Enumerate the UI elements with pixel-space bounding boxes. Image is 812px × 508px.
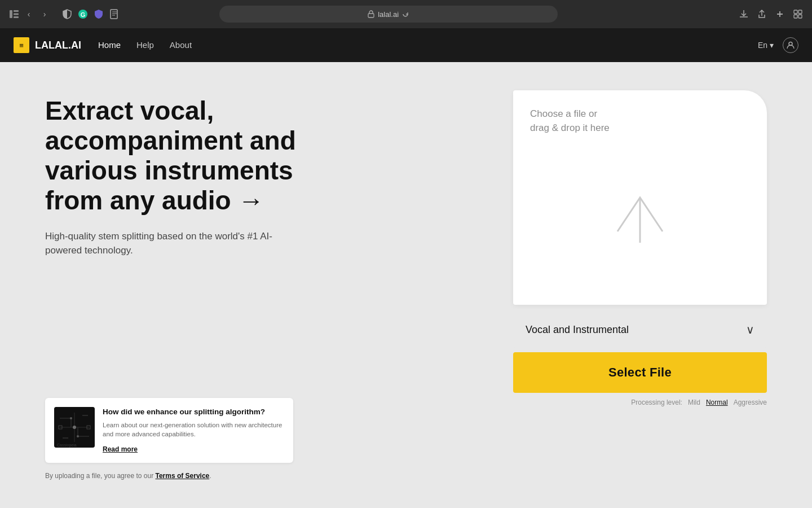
svg-rect-3 — [14, 16, 19, 18]
left-side: Extract vocal, accompaniment and various… — [45, 90, 479, 480]
news-title: How did we enhance our splitting algorit… — [103, 407, 284, 417]
nav-link-about[interactable]: About — [170, 40, 192, 50]
browser-back-button[interactable]: ‹ — [23, 8, 35, 20]
upload-icon-area — [530, 152, 750, 288]
share-button[interactable] — [757, 9, 767, 19]
lang-text: En — [758, 41, 767, 50]
grammarly-icon: G — [78, 9, 88, 19]
address-bar[interactable]: lalal.ai — [219, 6, 558, 23]
svg-point-24 — [77, 435, 79, 437]
processing-level-mild[interactable]: Mild — [688, 398, 700, 406]
upload-prompt-line2: drag & drop it here — [530, 122, 610, 133]
chevron-down-icon: ∨ — [746, 323, 754, 336]
lock-icon — [368, 10, 374, 18]
app-logo[interactable]: ≡ LALAL.AI — [14, 37, 81, 53]
logo-icon: ≡ — [14, 37, 29, 53]
svg-rect-0 — [10, 10, 12, 18]
stem-type-dropdown[interactable]: Vocal and Instrumental ∨ — [513, 312, 767, 348]
svg-rect-1 — [14, 10, 19, 12]
extension-icons: G — [62, 9, 120, 19]
download-button[interactable] — [739, 9, 749, 19]
terms-text: By uploading a file, you agree to our Te… — [45, 472, 479, 480]
news-card: Cassiopeia How did we enhance our splitt… — [45, 398, 293, 463]
user-icon[interactable] — [783, 37, 798, 53]
upload-widget: Choose a file or drag & drop it here Voc… — [513, 90, 767, 480]
news-text: How did we enhance our splitting algorit… — [103, 407, 284, 454]
address-bar-wrapper: lalal.ai — [219, 6, 558, 23]
upload-prompt: Choose a file or drag & drop it here — [530, 107, 610, 135]
svg-rect-11 — [798, 15, 802, 18]
upload-arrow-icon — [601, 178, 679, 257]
nav-item-about[interactable]: About — [170, 40, 192, 50]
hero-title: Extract vocal, accompaniment and various… — [45, 96, 338, 216]
circuit-pattern-image: Cassiopeia — [54, 407, 95, 448]
processing-level: Processing level: Mild Normal Aggressive — [513, 398, 767, 406]
nav-right: En ▾ — [758, 37, 798, 53]
language-selector[interactable]: En ▾ — [758, 41, 774, 50]
nav-item-help[interactable]: Help — [136, 40, 154, 50]
url-text: lalal.ai — [378, 10, 399, 19]
svg-point-23 — [73, 426, 76, 429]
svg-text:Cassiopeia: Cassiopeia — [57, 443, 77, 448]
app-nav: ≡ LALAL.AI Home Help About En ▾ — [0, 28, 812, 62]
shield-extension-icon — [94, 9, 104, 19]
svg-rect-10 — [794, 15, 797, 18]
news-thumbnail: Cassiopeia — [54, 407, 95, 448]
browser-controls: ‹ › — [9, 8, 51, 20]
nav-link-home[interactable]: Home — [98, 40, 121, 50]
upload-area-top: Choose a file or drag & drop it here — [530, 107, 750, 152]
new-tab-button[interactable] — [775, 9, 785, 19]
svg-rect-9 — [798, 10, 802, 14]
stem-dropdown-label: Vocal and Instrumental — [526, 324, 629, 336]
svg-rect-6 — [111, 10, 117, 19]
terms-suffix: . — [209, 472, 211, 480]
grid-button[interactable] — [793, 9, 803, 19]
svg-rect-2 — [14, 14, 19, 15]
hero-subtitle: High-quality stem splitting based on the… — [45, 229, 282, 258]
reload-icon[interactable] — [402, 11, 409, 17]
nav-links: Home Help About — [98, 40, 192, 50]
browser-chrome: ‹ › G lalal.ai — [0, 0, 812, 28]
news-body: Learn about our next-generation solution… — [103, 421, 284, 439]
browser-forward-button[interactable]: › — [38, 8, 51, 20]
nav-item-home[interactable]: Home — [98, 40, 121, 50]
svg-rect-8 — [794, 10, 797, 14]
lang-chevron-icon: ▾ — [770, 41, 774, 50]
processing-level-normal[interactable]: Normal — [706, 398, 728, 406]
browser-actions — [739, 9, 803, 19]
news-read-more-link[interactable]: Read more — [103, 445, 138, 453]
logo-text: LALAL.AI — [35, 40, 81, 51]
shield-half-icon — [62, 9, 72, 19]
processing-level-label: Processing level: — [631, 398, 682, 406]
processing-level-aggressive[interactable]: Aggressive — [734, 398, 767, 406]
terms-prefix: By uploading a file, you agree to our — [45, 472, 155, 480]
upload-drop-area[interactable]: Choose a file or drag & drop it here — [513, 90, 767, 305]
svg-text:G: G — [81, 11, 86, 18]
sidebar-toggle-button[interactable] — [9, 9, 19, 19]
main-content: Extract vocal, accompaniment and various… — [0, 62, 812, 508]
nav-link-help[interactable]: Help — [136, 40, 154, 50]
upload-prompt-line1: Choose a file or — [530, 108, 597, 119]
svg-point-22 — [70, 417, 72, 419]
select-file-button[interactable]: Select File — [513, 352, 767, 393]
terms-of-service-link[interactable]: Terms of Service — [155, 472, 209, 480]
svg-rect-7 — [368, 14, 374, 17]
document-icon — [109, 9, 120, 19]
